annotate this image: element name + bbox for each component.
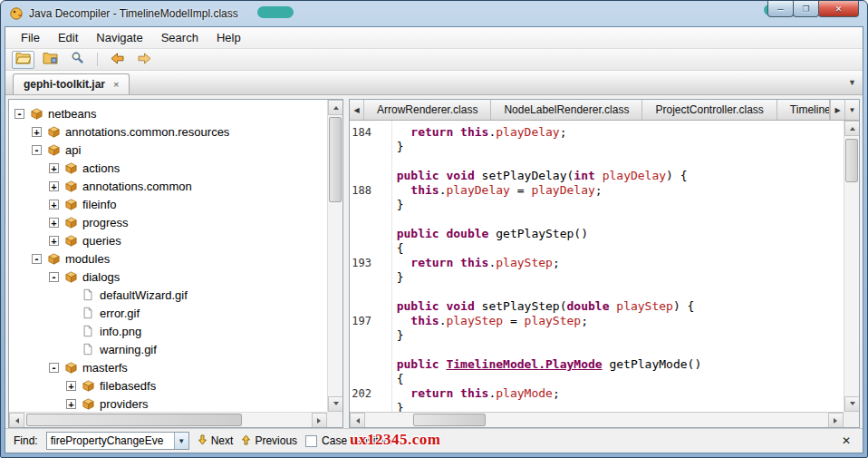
collapse-icon[interactable]: - xyxy=(49,363,59,373)
scroll-right-button[interactable] xyxy=(828,413,844,428)
code-tab-arrowrenderer[interactable]: ArrowRenderer.class xyxy=(364,100,491,120)
expand-icon[interactable]: + xyxy=(66,399,76,409)
code-horizontal-scrollbar[interactable] xyxy=(350,412,859,427)
find-next-button[interactable]: Next xyxy=(198,434,234,448)
tree-item[interactable]: +annotations.common xyxy=(9,177,327,195)
find-close-icon[interactable]: ✕ xyxy=(838,433,854,449)
find-combobox[interactable]: firePropertyChangeEve ▼ xyxy=(46,432,189,450)
expand-icon[interactable]: + xyxy=(49,218,59,228)
tree-horizontal-scrollbar[interactable] xyxy=(9,412,327,427)
tree-item[interactable]: warning.gif xyxy=(9,340,327,358)
main-split: -netbeans+annotations.common.resources-a… xyxy=(5,97,863,428)
code-editor[interactable]: 184 return this.playDelay; } public void… xyxy=(350,121,859,412)
find-combobox-value: firePropertyChangeEve xyxy=(47,433,174,449)
tree-item[interactable]: +fileinfo xyxy=(9,195,327,213)
tab-list-button[interactable]: ▼ xyxy=(844,100,859,120)
minimize-button[interactable]: ─ xyxy=(767,1,794,17)
tree-item[interactable]: -modules xyxy=(9,249,327,268)
tree-item[interactable]: -masterfs xyxy=(9,358,327,376)
code-line: public double getPlayStep() xyxy=(350,227,844,241)
up-triangle-icon xyxy=(850,124,855,131)
tree-item-label: warning.gif xyxy=(100,343,157,356)
code-line: public TimelineModel.PlayMode getPlayMod… xyxy=(350,357,844,372)
tree-item[interactable]: -api xyxy=(9,141,327,159)
title-bar[interactable]: Java Decompiler - TimelineModelImpl.clas… xyxy=(1,1,867,26)
maximize-button[interactable]: ❐ xyxy=(793,1,819,17)
scroll-up-button[interactable] xyxy=(844,121,859,136)
menu-navigate[interactable]: Navigate xyxy=(87,28,151,47)
tab-close-icon[interactable]: × xyxy=(113,79,119,90)
code-tab-projectcontroller[interactable]: ProjectController.class xyxy=(642,100,776,120)
line-number xyxy=(350,299,382,314)
forward-button[interactable] xyxy=(133,51,156,69)
close-button[interactable]: ✕ xyxy=(818,1,859,17)
collapse-icon[interactable]: - xyxy=(14,109,24,119)
open-file-button[interactable] xyxy=(12,51,34,69)
code-line: } xyxy=(350,198,844,212)
code-text: public TimelineModel.PlayMode getPlayMod… xyxy=(382,357,701,372)
scrollbar-thumb[interactable] xyxy=(329,117,342,202)
menu-bar: File Edit Navigate Search Help xyxy=(5,27,863,49)
collapse-icon[interactable]: - xyxy=(32,145,42,155)
scroll-right-button[interactable] xyxy=(312,413,327,428)
tree-item[interactable]: +annotations.common.resources xyxy=(9,122,327,141)
scroll-left-button[interactable] xyxy=(9,413,24,428)
tree-item[interactable]: +actions xyxy=(9,159,327,177)
chevron-down-icon[interactable]: ▼ xyxy=(174,433,188,449)
tab-list-dropdown-icon[interactable]: ▼ xyxy=(848,78,856,87)
scrollbar-thumb[interactable] xyxy=(413,414,486,426)
app-window: Java Decompiler - TimelineModelImpl.clas… xyxy=(0,0,868,458)
tree-item[interactable]: info.png xyxy=(9,322,327,340)
case-sensitive-checkbox[interactable] xyxy=(305,435,317,447)
expand-icon[interactable]: + xyxy=(49,181,59,191)
tree-item[interactable]: error.gif xyxy=(9,304,327,322)
tab-scroll-left-button[interactable]: ◀ xyxy=(350,100,364,120)
down-triangle-icon xyxy=(333,402,339,408)
menu-file[interactable]: File xyxy=(12,28,49,47)
find-previous-button[interactable]: Previous xyxy=(241,434,297,448)
tab-scroll-right-button[interactable]: ▶ xyxy=(830,100,844,120)
expand-icon[interactable]: + xyxy=(49,236,59,246)
tree-item[interactable]: +filebasedfs xyxy=(9,376,327,395)
scroll-up-button[interactable] xyxy=(328,100,343,115)
collapse-icon[interactable]: - xyxy=(49,272,59,282)
code-line: { xyxy=(350,241,844,256)
tree-item-label: annotations.common.resources xyxy=(65,125,229,139)
expand-icon[interactable]: + xyxy=(49,163,59,173)
back-button[interactable] xyxy=(106,51,129,69)
menu-edit[interactable]: Edit xyxy=(49,28,87,47)
jar-tab[interactable]: gephi-toolkit.jar × xyxy=(13,73,130,94)
tree-item[interactable]: -dialogs xyxy=(9,268,327,286)
line-number: 202 xyxy=(350,386,382,401)
expand-icon[interactable]: + xyxy=(32,127,42,137)
scroll-down-button[interactable] xyxy=(328,396,343,412)
scrollbar-thumb[interactable] xyxy=(26,414,242,426)
code-tab-nodelabelrenderer[interactable]: NodeLabelRenderer.class xyxy=(491,100,642,120)
tree-item[interactable]: -netbeans xyxy=(9,104,327,122)
scroll-left-button[interactable] xyxy=(350,413,365,428)
open-type-button[interactable] xyxy=(39,51,62,69)
menu-search[interactable]: Search xyxy=(152,28,207,47)
tree-item[interactable]: +queries xyxy=(9,231,327,249)
forward-arrow-icon xyxy=(138,52,151,68)
code-vertical-scrollbar[interactable] xyxy=(844,121,859,412)
search-button[interactable] xyxy=(66,51,89,69)
code-text: public void setPlayDelay(int playDelay) … xyxy=(382,169,688,183)
tree-item-label: annotations.common xyxy=(82,180,192,193)
scrollbar-thumb[interactable] xyxy=(845,139,858,182)
watermark: ux12345.com xyxy=(350,431,440,449)
tree-item-label: error.gif xyxy=(100,307,140,320)
tree-item[interactable]: +progress xyxy=(9,213,327,231)
line-number: 197 xyxy=(350,314,382,328)
tree-vertical-scrollbar[interactable] xyxy=(327,100,342,412)
expand-icon[interactable]: + xyxy=(49,200,59,210)
maximize-icon: ❐ xyxy=(802,5,809,14)
scroll-down-button[interactable] xyxy=(844,396,859,412)
tree-item-label: modules xyxy=(65,252,110,266)
expand-icon[interactable]: + xyxy=(66,381,76,391)
code-tab-timelineclass[interactable]: TimelineCl xyxy=(777,100,830,120)
menu-help[interactable]: Help xyxy=(207,28,250,47)
tree-item[interactable]: defaultWizard.gif xyxy=(9,286,327,304)
collapse-icon[interactable]: - xyxy=(32,254,42,264)
tree-item[interactable]: +providers xyxy=(9,395,327,412)
